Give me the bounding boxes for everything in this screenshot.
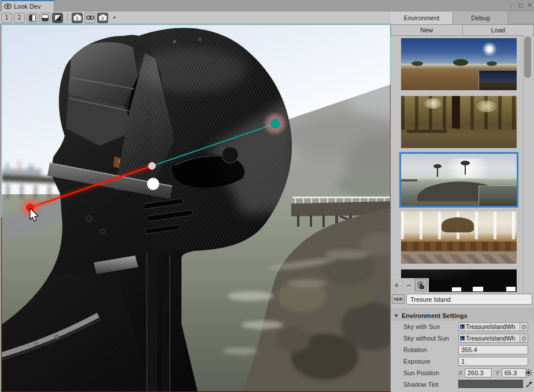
sun-x-axis-label: X [458, 369, 462, 376]
sun-x-field[interactable]: 260.3 [465, 368, 492, 378]
rotation-value: 355.4 [461, 346, 477, 353]
camera-1-button[interactable]: 1 [72, 13, 83, 23]
sun-y-axis-label: Y [495, 369, 499, 376]
sun-gizmo-button[interactable] [524, 368, 532, 376]
palm-head [461, 161, 470, 165]
light-blob [506, 287, 516, 291]
light-through-canopy [424, 98, 442, 109]
load-environment-button[interactable]: Load [463, 24, 534, 36]
cubemap-thumbnail-icon [460, 336, 465, 341]
close-icon[interactable]: × [527, 1, 532, 9]
pier-silhouette [401, 179, 417, 182]
tab-debug[interactable]: Debug [453, 12, 509, 24]
camera-2-badge: 2 [98, 16, 107, 21]
sky-without-sun-label: Sky without Sun [403, 335, 449, 342]
env-thumbnail-church[interactable] [401, 212, 517, 264]
pulpit-canopy [442, 217, 474, 232]
exposure-field[interactable]: 1 [458, 357, 528, 366]
exposure-label: Exposure [403, 358, 430, 365]
split-center-handle[interactable] [149, 162, 155, 169]
bench [407, 130, 447, 133]
sky-with-sun-object-field[interactable]: TreasureIslandWh ⊙ [458, 322, 528, 331]
env-thumbnail-forest[interactable] [401, 96, 517, 148]
lookdev-window-tab[interactable]: Look Dev [1, 0, 54, 12]
env-thumbnail-sunny-field[interactable] [401, 38, 517, 90]
checkered-floor [401, 254, 517, 264]
side-by-side-split-button[interactable] [27, 13, 38, 23]
link-icon [86, 15, 94, 20]
panel-tab-bar: Environment Debug [391, 12, 534, 24]
environment-list-toolbar: + − [391, 278, 429, 292]
thumbnail-inset-preview [479, 70, 517, 90]
sun-position-label: Sun Position [403, 369, 439, 376]
view1-handle[interactable] [270, 119, 280, 128]
top-bottom-split-button[interactable] [39, 13, 50, 23]
title-bar: Look Dev ⋮ □ × [0, 0, 534, 12]
tab-debug-label: Debug [471, 14, 490, 21]
env-thumbnail-treasure-island[interactable] [401, 154, 517, 206]
maximize-icon[interactable]: □ [518, 1, 522, 9]
new-environment-button[interactable]: New [391, 24, 463, 36]
eye-icon [4, 3, 12, 9]
toolbar-separator [67, 13, 68, 23]
environment-settings-title: Environment Settings [402, 312, 468, 319]
single-view-1-button[interactable]: 1 [1, 13, 12, 23]
load-button-label: Load [491, 27, 505, 34]
sky-with-sun-label: Sky with Sun [403, 323, 440, 330]
shadow-tint-label: Shadow Tint [403, 381, 439, 388]
window-menu-icon[interactable]: ⋮ [508, 1, 514, 9]
light-blob [452, 287, 461, 291]
wooden-pews [401, 242, 517, 251]
link-cameras-button[interactable] [84, 13, 95, 23]
palm-head [433, 164, 442, 168]
dropdown-icon: ▼ [113, 16, 117, 20]
sky-with-sun-value: TreasureIslandWh [466, 323, 520, 330]
rotation-field[interactable]: 355.4 [458, 345, 528, 354]
light-blob [473, 287, 483, 291]
sun-glare [482, 42, 497, 57]
separator-blend-circle[interactable] [147, 178, 160, 190]
thumbnail-scrollbar-thumb[interactable] [524, 36, 531, 78]
window-tab-title: Look Dev [14, 3, 40, 10]
object-picker-icon[interactable]: ⊙ [520, 323, 528, 331]
sun-x-value: 260.3 [468, 369, 484, 376]
remove-environment-button[interactable]: − [403, 279, 415, 291]
lookdev-viewport[interactable] [1, 24, 391, 392]
hdr-badge: HDR [392, 294, 405, 304]
environment-settings-foldout[interactable]: ▼ Environment Settings [391, 310, 534, 321]
tree [453, 59, 468, 66]
rendered-scene [1, 24, 391, 392]
camera-2-button[interactable]: 2 [97, 13, 108, 23]
sky-without-sun-object-field[interactable]: TreasureIslandWh ⊙ [458, 334, 528, 343]
single-view-1-label: 1 [5, 14, 9, 21]
eyedropper-icon [525, 380, 532, 387]
new-button-label: New [420, 27, 433, 34]
eyedropper-button[interactable] [525, 380, 533, 388]
sun-icon [525, 369, 532, 376]
thumbnail-inset-preview [479, 186, 517, 206]
add-label: + [394, 280, 399, 290]
tab-environment[interactable]: Environment [391, 12, 453, 24]
camera-1-badge: 1 [72, 16, 82, 21]
lookdev-toolbar: 1 2 1 [0, 12, 391, 24]
diagonal-split-button[interactable] [52, 13, 63, 23]
single-view-2-button[interactable]: 2 [14, 13, 25, 23]
tab-environment-label: Environment [404, 14, 440, 21]
object-picker-icon[interactable]: ⊙ [520, 334, 528, 342]
environment-name-field[interactable]: Tresure Island [406, 294, 532, 305]
cubemap-thumbnail-icon [460, 324, 465, 329]
sun-y-field[interactable]: 65.3 [502, 368, 526, 378]
divider [391, 309, 534, 309]
camera-dropdown-button[interactable]: ▼ [110, 13, 119, 23]
top-bottom-split-icon [42, 14, 49, 21]
add-environment-button[interactable]: + [391, 279, 403, 291]
foldout-arrow-icon: ▼ [394, 313, 399, 319]
sky-without-sun-value: TreasureIslandWh [466, 335, 520, 342]
shadow-tint-swatch[interactable] [458, 380, 523, 388]
diagonal-split-icon [54, 14, 61, 21]
big-trunk [452, 96, 460, 128]
light-through-canopy [476, 101, 497, 112]
env-actions-row: New Load [391, 24, 534, 36]
duplicate-environment-button[interactable] [415, 279, 427, 291]
environment-panel: Environment Debug New Load [391, 12, 534, 392]
